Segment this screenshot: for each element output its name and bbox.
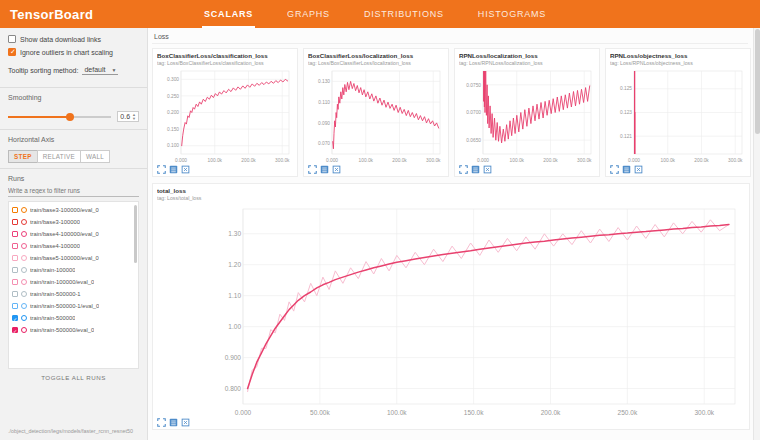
axis-step-button[interactable]: STEP bbox=[8, 150, 38, 163]
expand-chart-icon[interactable] bbox=[157, 418, 166, 427]
run-item[interactable]: train/train-500000-1/eval_0 bbox=[9, 300, 138, 312]
line-chart[interactable]: 0.00050.00k100.0k150.0k200.0k250.0k300.0… bbox=[157, 203, 745, 417]
chart-tag: tag: Loss/BoxClassifierLoss/classificati… bbox=[157, 60, 293, 66]
chart-card-classification-loss: BoxClassifierLoss/classification_loss ta… bbox=[152, 48, 298, 177]
fit-domain-icon[interactable] bbox=[483, 165, 492, 174]
expand-chart-icon[interactable] bbox=[308, 165, 317, 174]
slider-thumb[interactable] bbox=[66, 113, 74, 121]
checkbox-icon[interactable] bbox=[8, 48, 16, 56]
line-chart[interactable]: 0.000100.0k200.0k300.0k0.1210.1230.125 bbox=[610, 68, 746, 164]
svg-text:1.20: 1.20 bbox=[228, 261, 241, 268]
small-charts-row: BoxClassifierLoss/classification_loss ta… bbox=[152, 48, 748, 177]
run-color-swatch bbox=[21, 255, 27, 261]
tab-histograms[interactable]: HISTOGRAMS bbox=[476, 0, 548, 28]
logdir-path: ./object_detection/legs/models/faster_rc… bbox=[8, 428, 139, 436]
smoothing-value-box[interactable]: 0.6 ▲▼ bbox=[117, 111, 139, 122]
run-item[interactable]: train/train-100000/eval_0 bbox=[9, 276, 138, 288]
expand-chart-icon[interactable] bbox=[157, 165, 166, 174]
run-color-swatch bbox=[21, 207, 27, 213]
tab-scalars[interactable]: SCALARS bbox=[202, 0, 255, 28]
fit-domain-icon[interactable] bbox=[634, 165, 643, 174]
line-chart[interactable]: 0.000100.0k200.0k300.0k0.0700.0900.1100.… bbox=[308, 68, 444, 164]
run-checkbox[interactable] bbox=[12, 255, 18, 261]
run-checkbox[interactable]: ✓ bbox=[12, 315, 18, 321]
run-item[interactable]: train/base3-100000 bbox=[9, 216, 138, 228]
toggle-y-axis-icon[interactable] bbox=[320, 165, 329, 174]
checkbox-label: Show data download links bbox=[20, 36, 101, 43]
run-checkbox[interactable] bbox=[12, 267, 18, 273]
stepper-icon[interactable]: ▲▼ bbox=[132, 113, 136, 120]
runs-scrollbar[interactable] bbox=[134, 205, 137, 263]
run-item[interactable]: ✓ train/train-500000 bbox=[9, 312, 138, 324]
fit-domain-icon[interactable] bbox=[332, 165, 341, 174]
chart-toolbar bbox=[157, 418, 745, 427]
runs-label: Runs bbox=[8, 175, 139, 182]
smoothing-label: Smoothing bbox=[8, 94, 139, 101]
smoothing-slider[interactable] bbox=[8, 116, 111, 118]
run-checkbox[interactable] bbox=[12, 291, 18, 297]
page-scrollbar[interactable] bbox=[753, 28, 760, 440]
svg-text:150.0k: 150.0k bbox=[464, 409, 484, 416]
svg-text:0.130: 0.130 bbox=[318, 79, 330, 84]
run-checkbox[interactable] bbox=[12, 303, 18, 309]
svg-text:300.0k: 300.0k bbox=[577, 158, 592, 163]
line-chart[interactable]: 0.000100.0k200.0k300.0k0.1000.1500.2000.… bbox=[157, 68, 293, 164]
line-chart[interactable]: 0.000100.0k200.0k300.0k0.06500.07000.075… bbox=[459, 68, 595, 164]
svg-text:0.300: 0.300 bbox=[167, 77, 179, 82]
run-checkbox[interactable]: ✓ bbox=[12, 327, 18, 333]
show-download-links-checkbox[interactable]: Show data download links bbox=[8, 35, 139, 43]
divider bbox=[0, 168, 147, 169]
run-checkbox[interactable] bbox=[12, 243, 18, 249]
tab-distributions[interactable]: DISTRIBUTIONS bbox=[362, 0, 446, 28]
checkbox-label: Ignore outliers in chart scaling bbox=[20, 49, 113, 56]
run-item[interactable]: train/base4-100000 bbox=[9, 240, 138, 252]
run-checkbox[interactable] bbox=[12, 219, 18, 225]
run-item[interactable]: train/train-500000-1 bbox=[9, 288, 138, 300]
chart-card-box-localization-loss: BoxClassifierLoss/localization_loss tag:… bbox=[303, 48, 449, 177]
svg-text:300.0k: 300.0k bbox=[426, 158, 441, 163]
svg-text:300.0k: 300.0k bbox=[275, 158, 290, 163]
checkbox-icon[interactable] bbox=[8, 35, 16, 43]
fit-domain-icon[interactable] bbox=[181, 165, 190, 174]
svg-text:100.0k: 100.0k bbox=[510, 158, 525, 163]
toggle-y-axis-icon[interactable] bbox=[471, 165, 480, 174]
run-color-swatch bbox=[21, 303, 27, 309]
toggle-y-axis-icon[interactable] bbox=[169, 418, 178, 427]
run-item[interactable]: train/base3-100000/eval_0 bbox=[9, 204, 138, 216]
tooltip-sorting-select[interactable]: default ▼ bbox=[82, 66, 118, 75]
toggle-y-axis-icon[interactable] bbox=[169, 165, 178, 174]
toggle-y-axis-icon[interactable] bbox=[622, 165, 631, 174]
app-header: TensorBoard SCALARS GRAPHS DISTRIBUTIONS… bbox=[0, 0, 760, 28]
ignore-outliers-checkbox[interactable]: Ignore outliers in chart scaling bbox=[8, 48, 139, 56]
chart-toolbar bbox=[157, 165, 293, 174]
svg-text:0.000: 0.000 bbox=[175, 158, 187, 163]
svg-text:0.0700: 0.0700 bbox=[466, 110, 481, 115]
tooltip-sorting-row: Tooltip sorting method: default ▼ bbox=[8, 66, 139, 75]
run-color-swatch bbox=[21, 315, 27, 321]
run-item[interactable]: train/base4-100000/eval_0 bbox=[9, 228, 138, 240]
svg-text:0.000: 0.000 bbox=[235, 409, 252, 416]
smoothing-value: 0.6 bbox=[120, 113, 130, 120]
svg-text:0.090: 0.090 bbox=[318, 121, 330, 126]
tooltip-sorting-label: Tooltip sorting method: bbox=[8, 67, 78, 74]
axis-wall-button[interactable]: WALL bbox=[80, 150, 110, 163]
run-checkbox[interactable] bbox=[12, 231, 18, 237]
expand-chart-icon[interactable] bbox=[459, 165, 468, 174]
runs-filter-input[interactable] bbox=[8, 186, 139, 197]
tab-graphs[interactable]: GRAPHS bbox=[285, 0, 332, 28]
run-item[interactable]: ✓ train/train-500000/eval_0 bbox=[9, 324, 138, 336]
axis-relative-button[interactable]: RELATIVE bbox=[37, 150, 81, 163]
category-header-loss[interactable]: Loss bbox=[152, 30, 748, 44]
run-item[interactable]: train/train-100000 bbox=[9, 264, 138, 276]
fit-domain-icon[interactable] bbox=[181, 418, 190, 427]
run-checkbox[interactable] bbox=[12, 207, 18, 213]
slider-fill bbox=[8, 116, 70, 118]
run-item[interactable]: train/base5-100000/eval_0 bbox=[9, 252, 138, 264]
svg-text:0.121: 0.121 bbox=[620, 134, 632, 139]
scrollbar-thumb[interactable] bbox=[755, 29, 760, 134]
run-checkbox[interactable] bbox=[12, 279, 18, 285]
svg-text:0.900: 0.900 bbox=[225, 354, 242, 361]
app-title: TensorBoard bbox=[10, 7, 160, 22]
expand-chart-icon[interactable] bbox=[610, 165, 619, 174]
toggle-all-runs-button[interactable]: TOGGLE ALL RUNS bbox=[8, 369, 139, 384]
